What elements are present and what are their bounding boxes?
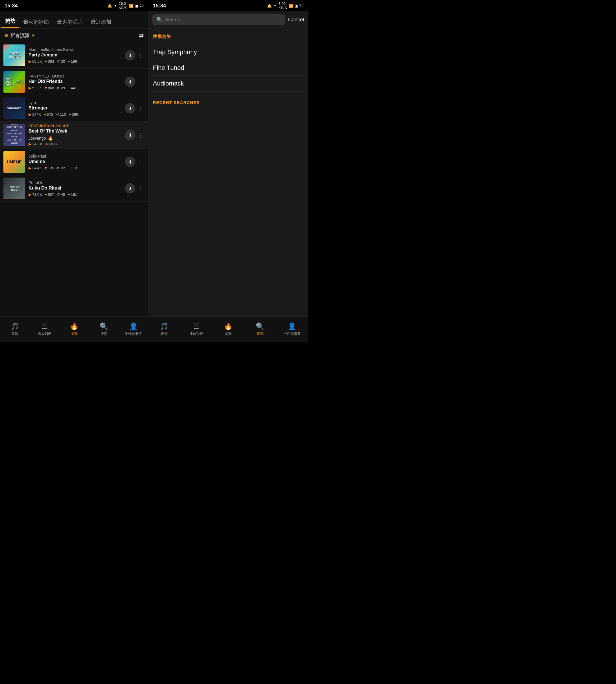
song-title[interactable]: Stronger: [28, 106, 122, 111]
nav-personal-label: 个性化服务: [125, 332, 142, 336]
song-item-best-of-week: BEST OF THE WEEKBEST OF THE WEEKBEST OF …: [0, 122, 148, 149]
genre-filter[interactable]: ≡ 所有流派 ▾: [4, 32, 35, 39]
song-artist: Lyta: [28, 100, 122, 105]
repost-icon: ↺: [57, 192, 60, 197]
play-icon: ▶: [28, 192, 31, 197]
left-status-bar: 15:34 🔔 ✦ 26.0KB/S 📶 ▣ 72: [0, 0, 148, 12]
tab-recent[interactable]: 最近添加: [87, 16, 115, 28]
song-title[interactable]: Umeme: [28, 159, 122, 164]
trend-item-trap-symphony[interactable]: Trap Symphony: [153, 44, 304, 60]
song-title[interactable]: Party Jumpin': [28, 52, 122, 58]
dropdown-icon: ▾: [32, 32, 35, 39]
nav-playlist-r[interactable]: ☰ 播放列表: [180, 322, 212, 336]
search-nav-icon-r: 🔍: [256, 322, 264, 330]
nav-search-label-r: 搜索: [257, 332, 264, 336]
song-artist: PARTYNEXTDOOR: [28, 74, 122, 78]
notification-icon: 🔔: [108, 4, 112, 8]
wifi-icon-r: 📶: [289, 4, 293, 8]
nav-personal[interactable]: 👤 个性化服务: [119, 322, 148, 336]
nav-browse[interactable]: 🔥 浏览: [59, 322, 89, 336]
repost-count: 22: [61, 166, 65, 170]
bluetooth-icon: ✦: [114, 4, 117, 8]
download-button[interactable]: ⬇: [125, 183, 135, 193]
heart-count: 507: [48, 192, 54, 197]
heart-icon: ♥: [44, 112, 46, 117]
nav-playlist-label: 播放列表: [38, 332, 51, 336]
repost-count: 30: [61, 59, 65, 64]
song-thumb-stronger[interactable]: STRONGER: [3, 97, 25, 119]
play-count: 55.5K: [32, 59, 42, 64]
more-button[interactable]: ⋮: [137, 131, 145, 140]
nav-feedback-r[interactable]: 🎵 反馈: [148, 322, 180, 336]
download-button[interactable]: ⬇: [125, 157, 135, 167]
trend-item-fine-tuned[interactable]: Fine Tuned: [153, 60, 304, 76]
download-button[interactable]: ⬇: [125, 103, 135, 113]
thumb-label: BEST OF THE WEEKBEST OF THE WEEKBEST OF …: [3, 124, 25, 146]
left-bottom-nav: 🎵 反馈 ☰ 播放列表 🔥 浏览 🔍 搜索 👤 个性化服务: [0, 316, 148, 342]
song-thumb-kuku[interactable]: Kuku DoRitual: [3, 178, 25, 199]
tab-hot-songs[interactable]: 最火的歌曲: [19, 16, 53, 28]
download-button[interactable]: ⬇: [125, 130, 135, 140]
song-title[interactable]: Kuku Do Ritual: [28, 185, 122, 191]
trend-item-audiomack[interactable]: Audiomack: [153, 76, 304, 91]
nav-browse-label: 浏览: [71, 332, 78, 336]
song-title[interactable]: Best Of The Week: [28, 129, 122, 134]
nav-browse-label-r: 浏览: [225, 332, 232, 336]
play-icon: ▶: [28, 112, 31, 117]
song-actions-party-jumpin: ⬇ ⋮: [125, 50, 145, 61]
download-button[interactable]: ⬇: [125, 50, 135, 61]
add-icon: +: [69, 112, 71, 117]
filter-text: 所有流派: [10, 32, 30, 39]
song-thumb-party-jumpin[interactable]: PARTYJUMPIN': [3, 44, 25, 66]
play-icon: ▶: [28, 166, 31, 170]
song-actions-best-of-week: ⬇ ⋮: [125, 130, 145, 140]
tab-hot-albums[interactable]: 最火的唱片: [53, 16, 87, 28]
trending-label: 搜索趋势: [153, 34, 304, 39]
cancel-button[interactable]: Cancel: [288, 17, 304, 23]
recent-label: RECENT SEARCHES: [153, 100, 304, 105]
tab-trending[interactable]: 趋势: [1, 15, 19, 28]
song-thumb-umeme[interactable]: UMEME: [3, 151, 25, 173]
song-thumb-her-old-friends[interactable]: HER OLDFRIENDSPARTYNEXTDOOR: [3, 71, 25, 93]
more-button[interactable]: ⋮: [137, 157, 145, 166]
heart-icon: ♥: [45, 59, 47, 64]
more-button[interactable]: ⋮: [137, 104, 145, 113]
nav-personal-r[interactable]: 👤 个性化服务: [276, 322, 308, 336]
more-button[interactable]: ⋮: [137, 51, 145, 60]
download-button[interactable]: ⬇: [125, 77, 135, 87]
play-count: 34.6M: [32, 142, 43, 146]
song-title[interactable]: Her Old Friends: [28, 79, 122, 84]
right-status-bar: 15:34 🔔 ✦ 3.00KB/S 📶 ▣ 72: [148, 0, 308, 12]
network-speed: 26.0KB/S: [119, 1, 127, 10]
playlist-icon-r: ☰: [193, 322, 199, 330]
more-button[interactable]: ⋮: [137, 184, 145, 193]
wifi-icon: 📶: [129, 4, 133, 8]
nav-search[interactable]: 🔍 搜索: [89, 322, 119, 336]
add-icon: +: [68, 59, 70, 64]
search-input-wrap: 🔍: [152, 14, 285, 25]
song-info-stronger: Lyta Stronger ▶174K ♥975 ↺110 +396: [28, 100, 122, 117]
browse-icon: 🔥: [70, 322, 79, 330]
search-content: 搜索趋势 Trap Symphony Fine Tuned Audiomack …: [148, 28, 308, 316]
song-info-kuku: Portable Kuku Do Ritual ▶71.0K ♥507 ↺48 …: [28, 180, 122, 197]
search-input[interactable]: [165, 17, 281, 23]
song-item-party-jumpin: PARTYJUMPIN' Marshmello, Jamie Brown Par…: [0, 42, 148, 69]
nav-feedback-label-r: 反馈: [161, 332, 168, 336]
nav-feedback[interactable]: 🎵 反馈: [0, 322, 30, 336]
heart-icon: ♥: [45, 86, 47, 90]
featured-badge: FEATURED PLAYLIST: [28, 124, 122, 128]
shuffle-button[interactable]: ⇄: [139, 32, 144, 39]
song-info-her-old-friends: PARTYNEXTDOOR Her Old Friends ▶52.2K ♥86…: [28, 74, 122, 90]
nav-playlist[interactable]: ☰ 播放列表: [30, 322, 59, 336]
nav-search-r[interactable]: 🔍 搜索: [244, 322, 276, 336]
song-list: PARTYJUMPIN' Marshmello, Jamie Brown Par…: [0, 42, 148, 316]
recent-searches-section: RECENT SEARCHES: [153, 100, 304, 105]
song-thumb-best-of-week[interactable]: BEST OF THE WEEKBEST OF THE WEEKBEST OF …: [3, 124, 25, 146]
search-icon: 🔍: [156, 17, 162, 23]
search-nav-icon: 🔍: [100, 322, 108, 330]
nav-browse-r[interactable]: 🔥 浏览: [212, 322, 244, 336]
more-button[interactable]: ⋮: [137, 77, 145, 86]
song-info-best-of-week: FEATURED PLAYLIST Best Of The Week Joeva…: [28, 124, 122, 146]
left-panel: 15:34 🔔 ✦ 26.0KB/S 📶 ▣ 72 趋势 最火的歌曲 最火的唱片…: [0, 0, 148, 342]
heart-icon: ♥: [45, 192, 47, 197]
